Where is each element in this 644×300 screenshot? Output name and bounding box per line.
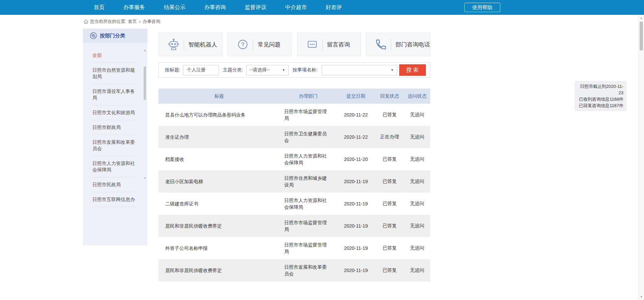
quick-links-row: 智能机器人 ? 常见问题 留言咨询 bbox=[158, 33, 430, 56]
help-button[interactable]: 使用帮助 bbox=[464, 3, 500, 12]
scroll-thumb[interactable] bbox=[144, 66, 146, 100]
row-reply-status: 已答复 bbox=[375, 267, 404, 273]
page-scrollbar[interactable]: ▲ ▼ bbox=[638, 15, 644, 300]
nav-item[interactable]: 办事咨询 bbox=[204, 4, 226, 11]
row-reply-status: 正在办理 bbox=[375, 134, 404, 140]
divider bbox=[184, 39, 184, 50]
row-date: 2020-11-22 bbox=[336, 134, 375, 140]
nav-item[interactable]: 结果公示 bbox=[164, 4, 185, 11]
row-department: 日照市人力资源和社会保障局 bbox=[280, 148, 336, 170]
sidebar-item[interactable]: 日照市退役军人事务局 bbox=[92, 84, 138, 105]
row-reply-status: 已答复 bbox=[375, 156, 404, 162]
nav-item[interactable]: 中介超市 bbox=[285, 4, 307, 11]
row-title[interactable]: 二级建造师证书 bbox=[158, 196, 280, 211]
row-title[interactable]: 莒县什么地方可以办理商品条形码业务 bbox=[158, 107, 280, 123]
nav-item[interactable]: 首页 bbox=[94, 4, 105, 11]
quick-link-phone[interactable]: 部门咨询电话 bbox=[366, 33, 430, 56]
quick-link-label: 部门咨询电话 bbox=[396, 41, 430, 48]
table-row[interactable]: 档案接收 日照市人力资源和社会保障局 2020-11-20 已答复 无追问 bbox=[158, 148, 430, 170]
stats-box: 日照市截止到2020-11-23 已收到咨询信息1168件 已回复咨询信息116… bbox=[575, 81, 626, 111]
search-item-select[interactable]: ▼ bbox=[322, 65, 397, 75]
sidebar-item[interactable]: 全部 bbox=[92, 48, 138, 63]
row-date: 2020-11-22 bbox=[336, 112, 375, 118]
sidebar-header: 按部门分类 bbox=[83, 29, 147, 43]
row-date: 2020-11-19 bbox=[336, 268, 375, 273]
sidebar-item[interactable]: 日照市发展和改革委员会 bbox=[92, 135, 138, 156]
sidebar-item[interactable]: 日照市人力资源和社会保障局 bbox=[92, 156, 138, 177]
table-row[interactable]: 老旧小区加装电梯 日照市住房和城乡建设局 2020-11-19 已答复 无追问 bbox=[158, 170, 430, 193]
table-header-cell: 办理部门 bbox=[280, 93, 336, 99]
row-department: 日照市人力资源和社会保障局 bbox=[280, 193, 336, 215]
quick-link-faq[interactable]: ? 常见问题 bbox=[228, 33, 292, 56]
table-row[interactable]: 二级建造师证书 日照市人力资源和社会保障局 2020-11-19 已答复 无追问 bbox=[158, 193, 430, 215]
search-panel: 按标题: 主题分类: --请选择-- ▼ 按事项名称: ▼ 搜 索 bbox=[158, 62, 430, 78]
row-title[interactable]: 老旧小区加装电梯 bbox=[158, 174, 280, 189]
breadcrumb-home-link[interactable]: 首页 bbox=[128, 19, 137, 25]
divider bbox=[322, 39, 323, 50]
search-title-input[interactable] bbox=[183, 65, 219, 75]
row-date: 2020-11-19 bbox=[336, 223, 375, 229]
table-header-cell: 标题 bbox=[158, 93, 280, 99]
row-date: 2020-11-19 bbox=[336, 245, 375, 251]
row-title[interactable]: 居民和非居民供暖收费界定 bbox=[158, 218, 280, 234]
breadcrumb: 您当前所在的位置: 首页 > 办事咨询 bbox=[84, 19, 160, 25]
row-title[interactable]: 档案接收 bbox=[158, 152, 280, 167]
row-department: 日照市卫生健康委员会 bbox=[280, 126, 336, 148]
scroll-down-icon[interactable]: ▼ bbox=[143, 177, 147, 180]
row-title[interactable]: 居民和非居民供暖收费界定 bbox=[158, 263, 280, 278]
sidebar-item[interactable]: 日照市民政局 bbox=[92, 177, 138, 192]
scroll-down-icon[interactable]: ▼ bbox=[639, 295, 644, 298]
nav-item[interactable]: 监督评议 bbox=[245, 4, 266, 11]
row-followup-status: 无追问 bbox=[404, 134, 430, 140]
scroll-up-icon[interactable]: ▲ bbox=[639, 16, 644, 20]
question-icon: ? bbox=[236, 38, 250, 51]
scroll-up-icon[interactable]: ▲ bbox=[143, 49, 147, 52]
row-followup-status: 无追问 bbox=[404, 178, 430, 185]
sidebar-list: 全部日照市自然资源和规划局日照市退役军人事务局日照市文化和旅游局日照市财政局日照… bbox=[83, 43, 147, 207]
nav-item[interactable]: 好差评 bbox=[326, 4, 342, 11]
scroll-thumb[interactable] bbox=[640, 22, 643, 51]
quick-link-message[interactable]: 留言咨询 bbox=[297, 33, 361, 56]
row-department: 日照市住房和城乡建设局 bbox=[280, 170, 336, 193]
message-icon bbox=[305, 38, 319, 51]
row-reply-status: 已答复 bbox=[375, 223, 404, 229]
top-navbar: 首页办事服务结果公示办事咨询监督评议中介超市好差评 使用帮助 bbox=[0, 0, 644, 15]
table-row[interactable]: 居民和非居民供暖收费界定 日照市发展和改革委员会 2020-11-19 已答复 … bbox=[158, 259, 430, 281]
sidebar-item[interactable]: 日照市财政局 bbox=[92, 120, 138, 135]
row-followup-status: 无追问 bbox=[404, 245, 430, 251]
row-date: 2020-11-19 bbox=[336, 179, 375, 184]
row-followup-status: 无追问 bbox=[404, 223, 430, 229]
row-title[interactable]: 外资子公司名称申报 bbox=[158, 240, 280, 256]
divider bbox=[253, 39, 253, 50]
quick-link-robot[interactable]: 智能机器人 bbox=[158, 33, 223, 56]
row-department: 日照市发展和改革委员会 bbox=[280, 259, 336, 281]
stats-line-1: 日照市截止到2020-11-23 bbox=[578, 83, 623, 96]
row-reply-status: 已答复 bbox=[375, 245, 404, 251]
row-title[interactable]: 准生证办理 bbox=[158, 129, 280, 145]
table-header-cell: 提交日期 bbox=[336, 93, 375, 99]
table-row[interactable]: 莒县什么地方可以办理商品条形码业务 日照市市场监督管理局 2020-11-22 … bbox=[158, 104, 430, 126]
search-item-label: 按事项名称: bbox=[293, 67, 318, 73]
svg-text:?: ? bbox=[241, 41, 245, 48]
row-date: 2020-11-19 bbox=[336, 201, 375, 206]
sidebar-item[interactable]: 日照市互联网信息办 bbox=[92, 192, 138, 207]
sidebar-item[interactable]: 日照市自然资源和规划局 bbox=[92, 63, 138, 84]
sidebar-scrollbar[interactable]: ▲ ▼ bbox=[143, 49, 147, 180]
search-button[interactable]: 搜 索 bbox=[399, 64, 426, 76]
stats-line-2: 已收到咨询信息1168件 bbox=[578, 96, 623, 102]
sidebar: 按部门分类 全部日照市自然资源和规划局日照市退役军人事务局日照市文化和旅游局日照… bbox=[83, 29, 147, 245]
sidebar-item[interactable]: 日照市文化和旅游局 bbox=[92, 105, 138, 120]
table-header-cell: 回复状态 bbox=[375, 93, 404, 99]
table-row[interactable]: 居民和非居民供暖收费界定 日照市市场监督管理局 2020-11-19 已答复 无… bbox=[158, 215, 430, 237]
search-title-label: 按标题: bbox=[165, 67, 180, 73]
table-row[interactable]: 准生证办理 日照市卫生健康委员会 2020-11-22 正在办理 无追问 bbox=[158, 126, 430, 148]
table-row[interactable]: 外资子公司名称申报 日照市市场监督管理局 2020-11-19 已答复 无追问 bbox=[158, 237, 430, 259]
search-category-select[interactable]: --请选择-- ▼ bbox=[246, 65, 289, 75]
home-icon bbox=[84, 20, 88, 24]
chevron-down-icon: ▼ bbox=[391, 68, 394, 72]
breadcrumb-current: 办事咨询 bbox=[143, 19, 160, 25]
nav-items: 首页办事服务结果公示办事咨询监督评议中介超市好差评 bbox=[0, 0, 644, 15]
nav-item[interactable]: 办事服务 bbox=[123, 4, 145, 11]
row-department: 日照市市场监督管理局 bbox=[280, 104, 336, 126]
chevron-down-icon: ▼ bbox=[282, 68, 285, 72]
